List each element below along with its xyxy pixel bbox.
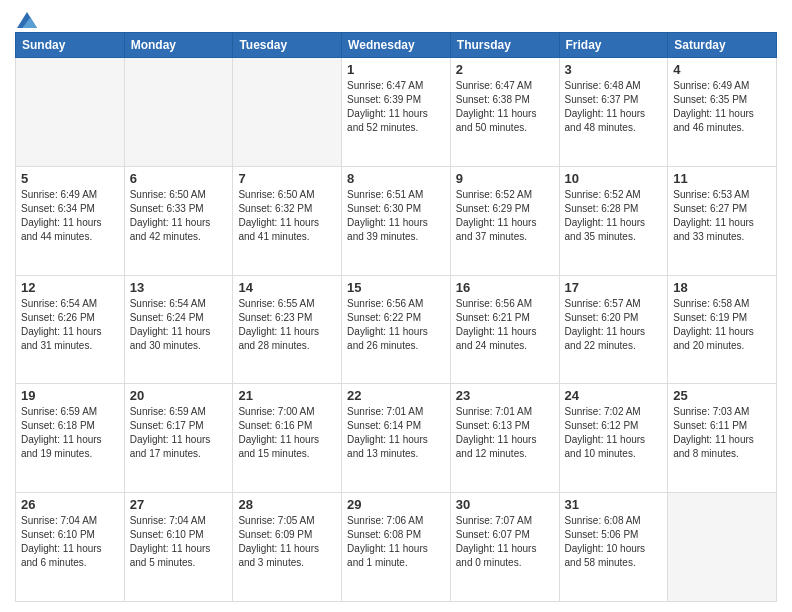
calendar-table: SundayMondayTuesdayWednesdayThursdayFrid… xyxy=(15,32,777,602)
day-cell: 24Sunrise: 7:02 AM Sunset: 6:12 PM Dayli… xyxy=(559,384,668,493)
day-cell: 23Sunrise: 7:01 AM Sunset: 6:13 PM Dayli… xyxy=(450,384,559,493)
day-number: 12 xyxy=(21,280,119,295)
day-info: Sunrise: 7:03 AM Sunset: 6:11 PM Dayligh… xyxy=(673,405,771,461)
day-cell: 13Sunrise: 6:54 AM Sunset: 6:24 PM Dayli… xyxy=(124,275,233,384)
week-row-0: 1Sunrise: 6:47 AM Sunset: 6:39 PM Daylig… xyxy=(16,58,777,167)
day-number: 3 xyxy=(565,62,663,77)
day-cell: 20Sunrise: 6:59 AM Sunset: 6:17 PM Dayli… xyxy=(124,384,233,493)
day-info: Sunrise: 7:02 AM Sunset: 6:12 PM Dayligh… xyxy=(565,405,663,461)
day-info: Sunrise: 6:47 AM Sunset: 6:39 PM Dayligh… xyxy=(347,79,445,135)
day-cell: 10Sunrise: 6:52 AM Sunset: 6:28 PM Dayli… xyxy=(559,166,668,275)
day-number: 8 xyxy=(347,171,445,186)
day-cell: 15Sunrise: 6:56 AM Sunset: 6:22 PM Dayli… xyxy=(342,275,451,384)
day-info: Sunrise: 6:57 AM Sunset: 6:20 PM Dayligh… xyxy=(565,297,663,353)
day-number: 13 xyxy=(130,280,228,295)
day-cell: 1Sunrise: 6:47 AM Sunset: 6:39 PM Daylig… xyxy=(342,58,451,167)
day-cell xyxy=(668,493,777,602)
day-info: Sunrise: 6:58 AM Sunset: 6:19 PM Dayligh… xyxy=(673,297,771,353)
day-cell: 11Sunrise: 6:53 AM Sunset: 6:27 PM Dayli… xyxy=(668,166,777,275)
day-number: 27 xyxy=(130,497,228,512)
day-number: 29 xyxy=(347,497,445,512)
day-info: Sunrise: 6:50 AM Sunset: 6:32 PM Dayligh… xyxy=(238,188,336,244)
day-info: Sunrise: 6:55 AM Sunset: 6:23 PM Dayligh… xyxy=(238,297,336,353)
weekday-header-sunday: Sunday xyxy=(16,33,125,58)
day-number: 5 xyxy=(21,171,119,186)
week-row-2: 12Sunrise: 6:54 AM Sunset: 6:26 PM Dayli… xyxy=(16,275,777,384)
day-info: Sunrise: 6:52 AM Sunset: 6:28 PM Dayligh… xyxy=(565,188,663,244)
day-cell: 2Sunrise: 6:47 AM Sunset: 6:38 PM Daylig… xyxy=(450,58,559,167)
logo xyxy=(15,10,37,26)
day-cell: 9Sunrise: 6:52 AM Sunset: 6:29 PM Daylig… xyxy=(450,166,559,275)
day-info: Sunrise: 6:59 AM Sunset: 6:17 PM Dayligh… xyxy=(130,405,228,461)
day-info: Sunrise: 6:59 AM Sunset: 6:18 PM Dayligh… xyxy=(21,405,119,461)
day-info: Sunrise: 6:52 AM Sunset: 6:29 PM Dayligh… xyxy=(456,188,554,244)
day-number: 4 xyxy=(673,62,771,77)
day-number: 22 xyxy=(347,388,445,403)
day-number: 24 xyxy=(565,388,663,403)
day-info: Sunrise: 7:06 AM Sunset: 6:08 PM Dayligh… xyxy=(347,514,445,570)
day-cell: 12Sunrise: 6:54 AM Sunset: 6:26 PM Dayli… xyxy=(16,275,125,384)
day-cell: 25Sunrise: 7:03 AM Sunset: 6:11 PM Dayli… xyxy=(668,384,777,493)
day-info: Sunrise: 7:05 AM Sunset: 6:09 PM Dayligh… xyxy=(238,514,336,570)
day-cell: 3Sunrise: 6:48 AM Sunset: 6:37 PM Daylig… xyxy=(559,58,668,167)
day-number: 6 xyxy=(130,171,228,186)
day-number: 23 xyxy=(456,388,554,403)
day-info: Sunrise: 6:51 AM Sunset: 6:30 PM Dayligh… xyxy=(347,188,445,244)
weekday-header-monday: Monday xyxy=(124,33,233,58)
weekday-header-saturday: Saturday xyxy=(668,33,777,58)
day-number: 7 xyxy=(238,171,336,186)
day-cell: 4Sunrise: 6:49 AM Sunset: 6:35 PM Daylig… xyxy=(668,58,777,167)
weekday-header-wednesday: Wednesday xyxy=(342,33,451,58)
day-cell: 31Sunrise: 6:08 AM Sunset: 5:06 PM Dayli… xyxy=(559,493,668,602)
day-number: 19 xyxy=(21,388,119,403)
day-info: Sunrise: 7:07 AM Sunset: 6:07 PM Dayligh… xyxy=(456,514,554,570)
weekday-header-friday: Friday xyxy=(559,33,668,58)
day-number: 17 xyxy=(565,280,663,295)
day-number: 16 xyxy=(456,280,554,295)
day-cell: 29Sunrise: 7:06 AM Sunset: 6:08 PM Dayli… xyxy=(342,493,451,602)
day-info: Sunrise: 7:01 AM Sunset: 6:14 PM Dayligh… xyxy=(347,405,445,461)
day-number: 28 xyxy=(238,497,336,512)
day-info: Sunrise: 7:01 AM Sunset: 6:13 PM Dayligh… xyxy=(456,405,554,461)
day-info: Sunrise: 6:47 AM Sunset: 6:38 PM Dayligh… xyxy=(456,79,554,135)
day-cell: 26Sunrise: 7:04 AM Sunset: 6:10 PM Dayli… xyxy=(16,493,125,602)
day-cell: 22Sunrise: 7:01 AM Sunset: 6:14 PM Dayli… xyxy=(342,384,451,493)
day-info: Sunrise: 6:54 AM Sunset: 6:24 PM Dayligh… xyxy=(130,297,228,353)
week-row-1: 5Sunrise: 6:49 AM Sunset: 6:34 PM Daylig… xyxy=(16,166,777,275)
day-info: Sunrise: 7:04 AM Sunset: 6:10 PM Dayligh… xyxy=(21,514,119,570)
day-number: 1 xyxy=(347,62,445,77)
day-number: 30 xyxy=(456,497,554,512)
day-info: Sunrise: 7:04 AM Sunset: 6:10 PM Dayligh… xyxy=(130,514,228,570)
day-number: 20 xyxy=(130,388,228,403)
day-cell: 8Sunrise: 6:51 AM Sunset: 6:30 PM Daylig… xyxy=(342,166,451,275)
weekday-header-thursday: Thursday xyxy=(450,33,559,58)
day-info: Sunrise: 6:08 AM Sunset: 5:06 PM Dayligh… xyxy=(565,514,663,570)
day-cell xyxy=(233,58,342,167)
day-number: 11 xyxy=(673,171,771,186)
day-info: Sunrise: 6:50 AM Sunset: 6:33 PM Dayligh… xyxy=(130,188,228,244)
day-number: 26 xyxy=(21,497,119,512)
logo-icon xyxy=(17,10,37,30)
page: SundayMondayTuesdayWednesdayThursdayFrid… xyxy=(0,0,792,612)
day-number: 18 xyxy=(673,280,771,295)
day-cell: 17Sunrise: 6:57 AM Sunset: 6:20 PM Dayli… xyxy=(559,275,668,384)
day-cell: 7Sunrise: 6:50 AM Sunset: 6:32 PM Daylig… xyxy=(233,166,342,275)
day-info: Sunrise: 6:54 AM Sunset: 6:26 PM Dayligh… xyxy=(21,297,119,353)
day-info: Sunrise: 6:49 AM Sunset: 6:34 PM Dayligh… xyxy=(21,188,119,244)
day-info: Sunrise: 6:53 AM Sunset: 6:27 PM Dayligh… xyxy=(673,188,771,244)
day-info: Sunrise: 6:49 AM Sunset: 6:35 PM Dayligh… xyxy=(673,79,771,135)
weekday-header-row: SundayMondayTuesdayWednesdayThursdayFrid… xyxy=(16,33,777,58)
day-cell: 6Sunrise: 6:50 AM Sunset: 6:33 PM Daylig… xyxy=(124,166,233,275)
day-info: Sunrise: 6:48 AM Sunset: 6:37 PM Dayligh… xyxy=(565,79,663,135)
day-info: Sunrise: 6:56 AM Sunset: 6:22 PM Dayligh… xyxy=(347,297,445,353)
header xyxy=(15,10,777,26)
day-cell: 16Sunrise: 6:56 AM Sunset: 6:21 PM Dayli… xyxy=(450,275,559,384)
day-number: 15 xyxy=(347,280,445,295)
day-cell: 18Sunrise: 6:58 AM Sunset: 6:19 PM Dayli… xyxy=(668,275,777,384)
day-cell xyxy=(16,58,125,167)
day-number: 14 xyxy=(238,280,336,295)
day-cell: 19Sunrise: 6:59 AM Sunset: 6:18 PM Dayli… xyxy=(16,384,125,493)
day-number: 10 xyxy=(565,171,663,186)
day-cell: 14Sunrise: 6:55 AM Sunset: 6:23 PM Dayli… xyxy=(233,275,342,384)
day-cell xyxy=(124,58,233,167)
